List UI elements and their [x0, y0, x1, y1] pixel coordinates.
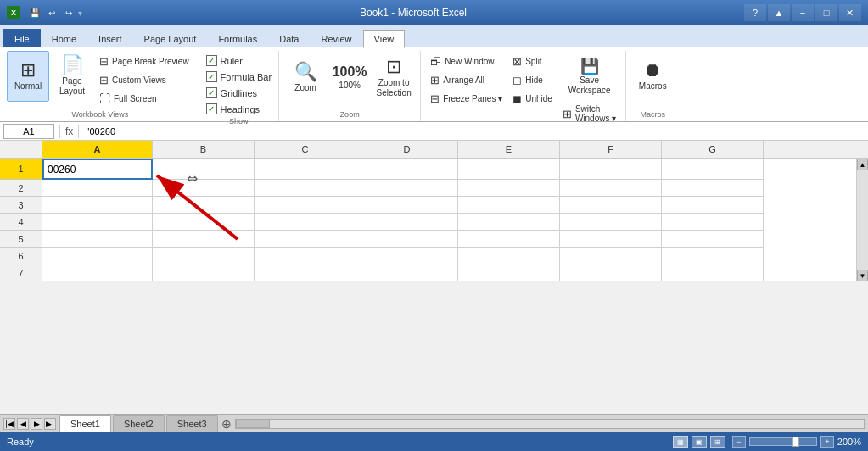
minimize-btn[interactable]: −	[792, 4, 814, 21]
cell-f1[interactable]	[560, 159, 662, 180]
new-window-btn[interactable]: 🗗 New Window	[426, 53, 507, 70]
hide-btn[interactable]: ◻ Hide	[508, 71, 557, 89]
tab-data[interactable]: Data	[268, 29, 310, 47]
col-header-g[interactable]: G	[662, 141, 764, 158]
macros-btn[interactable]: ⏺ Macros	[631, 51, 674, 102]
cell-g1[interactable]	[662, 159, 764, 180]
new-sheet-btn[interactable]: ⊕	[221, 417, 232, 431]
save-qa-btn[interactable]: 💾	[27, 5, 42, 20]
cell-e5[interactable]	[458, 231, 560, 248]
cell-c2[interactable]	[255, 180, 356, 197]
cell-g2[interactable]	[662, 180, 764, 197]
full-screen-btn[interactable]: ⛶ Full Screen	[95, 90, 193, 108]
name-box[interactable]: A1	[3, 124, 54, 139]
col-header-f[interactable]: F	[560, 141, 662, 158]
arrange-all-btn[interactable]: ⊞ Arrange All	[426, 71, 507, 89]
switch-windows-btn[interactable]: ⊞ SwitchWindows ▾	[558, 102, 620, 125]
cell-c4[interactable]	[255, 214, 356, 231]
tab-file[interactable]: File	[3, 29, 41, 47]
scroll-up-btn[interactable]: ▲	[857, 159, 868, 170]
tab-insert[interactable]: Insert	[87, 29, 133, 47]
col-header-e[interactable]: E	[458, 141, 560, 158]
row-num-1[interactable]: 1	[0, 159, 42, 180]
cell-c5[interactable]	[255, 231, 356, 248]
zoom-to-selection-btn[interactable]: ⊡ Zoom toSelection	[372, 53, 415, 103]
sheet-nav-first[interactable]: |◀	[3, 418, 15, 430]
cell-c1[interactable]	[255, 159, 356, 180]
normal-view-status-btn[interactable]: ▦	[673, 436, 688, 448]
normal-view-btn[interactable]: ⊞ Normal	[7, 51, 49, 102]
cell-a6[interactable]	[42, 248, 153, 264]
cell-f3[interactable]	[560, 197, 662, 214]
row-num-3[interactable]: 3	[0, 197, 42, 214]
cell-e2[interactable]	[458, 180, 560, 197]
zoom-in-btn[interactable]: +	[820, 436, 834, 448]
formula-function-icon[interactable]: fx	[65, 125, 73, 137]
zoom-slider[interactable]	[749, 437, 817, 446]
cell-d5[interactable]	[356, 231, 458, 248]
cell-g4[interactable]	[662, 214, 764, 231]
vertical-scrollbar[interactable]: ▲ ▼	[856, 159, 868, 281]
split-btn[interactable]: ⊠ Split	[508, 53, 557, 70]
sheet-nav-prev[interactable]: ◀	[17, 418, 29, 430]
sheet-tab-3[interactable]: Sheet3	[166, 415, 218, 432]
scroll-track[interactable]	[857, 170, 868, 270]
save-workspace-btn[interactable]: 💾 SaveWorkspace	[566, 54, 613, 100]
headings-checkbox[interactable]: ✓ Headings	[204, 103, 274, 115]
cell-e3[interactable]	[458, 197, 560, 214]
cell-f7[interactable]	[560, 264, 662, 281]
tab-home[interactable]: Home	[41, 29, 87, 47]
cell-d2[interactable]	[356, 180, 458, 197]
cell-f6[interactable]	[560, 248, 662, 264]
cell-a7[interactable]	[42, 264, 153, 281]
horizontal-scrollbar[interactable]	[235, 419, 865, 429]
undo-qa-btn[interactable]: ↩	[44, 5, 59, 20]
freeze-panes-btn[interactable]: ⊟ Freeze Panes ▾	[426, 90, 507, 108]
cell-f5[interactable]	[560, 231, 662, 248]
tab-formulas[interactable]: Formulas	[207, 29, 268, 47]
cell-e6[interactable]	[458, 248, 560, 264]
redo-qa-btn[interactable]: ↪	[61, 5, 76, 20]
cell-a1[interactable]: 00260	[42, 159, 153, 180]
custom-views-btn[interactable]: ⊞ Custom Views	[95, 71, 193, 89]
sheet-nav-last[interactable]: ▶|	[44, 418, 56, 430]
row-num-5[interactable]: 5	[0, 231, 42, 248]
cell-d4[interactable]	[356, 214, 458, 231]
qa-dropdown[interactable]: ▾	[78, 8, 82, 18]
row-num-7[interactable]: 7	[0, 264, 42, 281]
tab-review[interactable]: Review	[310, 29, 362, 47]
page-layout-view-btn[interactable]: 📄 PageLayout	[51, 51, 93, 102]
sheet-tab-1[interactable]: Sheet1	[59, 415, 111, 432]
row-num-4[interactable]: 4	[0, 214, 42, 231]
cell-d1[interactable]	[356, 159, 458, 180]
cell-e4[interactable]	[458, 214, 560, 231]
h-scroll-thumb[interactable]	[236, 420, 270, 428]
cell-g3[interactable]	[662, 197, 764, 214]
cell-f4[interactable]	[560, 214, 662, 231]
cell-f2[interactable]	[560, 180, 662, 197]
zoom-btn[interactable]: 🔍 Zoom	[284, 53, 327, 103]
cell-b7[interactable]	[153, 264, 255, 281]
row-num-6[interactable]: 6	[0, 248, 42, 264]
col-header-b[interactable]: B	[153, 141, 255, 158]
unhide-btn[interactable]: ◼ Unhide	[508, 90, 557, 108]
ribbon-minimize-btn[interactable]: ▲	[768, 4, 790, 21]
cell-g5[interactable]	[662, 231, 764, 248]
cell-b2[interactable]	[153, 180, 255, 197]
cell-a4[interactable]	[42, 214, 153, 231]
cell-g7[interactable]	[662, 264, 764, 281]
zoom-out-btn[interactable]: −	[732, 436, 746, 448]
cell-d3[interactable]	[356, 197, 458, 214]
maximize-btn[interactable]: □	[815, 4, 837, 21]
page-break-preview-btn[interactable]: ⊟ Page Break Preview	[95, 53, 193, 70]
cell-c7[interactable]	[255, 264, 356, 281]
cell-c6[interactable]	[255, 248, 356, 264]
gridlines-checkbox[interactable]: ✓ Gridlines	[204, 86, 274, 99]
cell-b3[interactable]	[153, 197, 255, 214]
page-break-status-btn[interactable]: ⊞	[710, 436, 725, 448]
tab-view[interactable]: View	[363, 30, 406, 48]
cell-b5[interactable]	[153, 231, 255, 248]
row-num-2[interactable]: 2	[0, 180, 42, 197]
help-btn[interactable]: ?	[744, 4, 766, 21]
cell-a2[interactable]	[42, 180, 153, 197]
